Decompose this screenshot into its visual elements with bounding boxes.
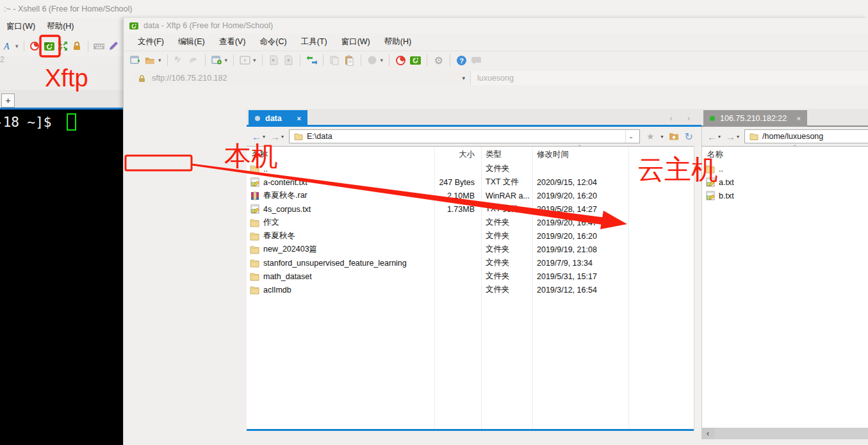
xshell-menu-help[interactable]: 帮助(H): [47, 21, 74, 32]
header-name[interactable]: 名称: [247, 149, 434, 160]
xshell-menu-window[interactable]: 窗口(W): [6, 21, 35, 32]
file-name[interactable]: 春夏秋冬: [263, 231, 295, 241]
help-icon[interactable]: ?: [456, 55, 467, 66]
folder-icon: [249, 271, 260, 282]
xftp-launch-icon[interactable]: [44, 40, 54, 51]
dropdown-caret[interactable]: ▾: [15, 43, 19, 49]
local-vertical-scrollbar[interactable]: [694, 146, 701, 431]
file-name[interactable]: b.txt: [719, 191, 734, 200]
menu-help[interactable]: 帮助(H): [384, 36, 411, 47]
file-name[interactable]: 作文: [263, 217, 279, 228]
remote-horizontal-scrollbar[interactable]: ‹: [701, 428, 868, 439]
file-name[interactable]: a.txt: [719, 178, 734, 187]
xagent-icon[interactable]: [395, 55, 406, 66]
disconnect-icon[interactable]: [174, 55, 184, 66]
new-session-icon[interactable]: [130, 55, 141, 66]
file-name[interactable]: ..: [263, 165, 268, 174]
path-combo-caret[interactable]: ⌄: [625, 130, 636, 143]
transfer-icon[interactable]: [306, 55, 317, 66]
forward-dropdown-caret[interactable]: ▾: [281, 134, 284, 140]
file-name[interactable]: new_202403篇: [263, 244, 317, 255]
keyboard-icon[interactable]: [94, 40, 104, 51]
back-dropdown-caret[interactable]: ▾: [263, 134, 265, 140]
compose-icon[interactable]: [108, 40, 119, 51]
file-name[interactable]: 春夏秋冬.rar: [263, 190, 307, 201]
forward-icon[interactable]: →: [270, 131, 280, 142]
header-name[interactable]: 名称: [702, 149, 868, 160]
forward-icon[interactable]: →: [726, 131, 735, 142]
file-row[interactable]: a-content.txt247 BytesTXT 文件2020/9/15, 1…: [247, 175, 694, 189]
menu-view[interactable]: 查看(V): [219, 36, 246, 47]
header-type[interactable]: 类型: [481, 149, 532, 160]
file-row[interactable]: 作文文件夹2019/9/20, 16:47: [247, 216, 694, 229]
menu-window[interactable]: 窗口(W): [341, 36, 370, 47]
remote-session-tab[interactable]: 106.75.210.182:22 ×: [703, 110, 807, 127]
back-dropdown-caret[interactable]: ▾: [718, 134, 721, 140]
scroll-left-icon[interactable]: ‹: [701, 428, 714, 439]
status-circle-icon[interactable]: [367, 55, 378, 66]
header-size[interactable]: 大小: [434, 149, 481, 160]
menu-edit[interactable]: 编辑(E): [178, 36, 205, 47]
tab-scroll-arrows[interactable]: ‹ ›: [670, 114, 696, 123]
forward-dropdown-caret[interactable]: ▾: [737, 134, 739, 140]
back-icon[interactable]: ←: [707, 131, 717, 142]
screen: :~ - Xshell 6 (Free for Home/School) 窗口(…: [0, 0, 868, 445]
file-modified: 2019/9/20, 16:20: [532, 191, 628, 200]
file-row[interactable]: aclImdb文件夹2019/3/12, 16:54: [247, 283, 694, 296]
lock-icon[interactable]: [72, 40, 83, 51]
dropdown-caret[interactable]: ▾: [158, 57, 161, 63]
local-path-input[interactable]: E:\data ⌄: [289, 129, 640, 143]
settings-gear-icon[interactable]: ⚙: [433, 55, 444, 66]
remote-path-input[interactable]: /home/luxuesong: [744, 129, 868, 143]
close-icon[interactable]: ×: [797, 115, 801, 122]
doc-forward-icon[interactable]: [283, 55, 294, 66]
menu-command[interactable]: 命令(C): [259, 36, 286, 47]
favorites-dropdown-caret[interactable]: ▾: [661, 134, 664, 140]
refresh-icon[interactable]: ↻: [685, 131, 693, 143]
menu-file[interactable]: 文件(F): [138, 36, 164, 47]
file-row[interactable]: 春夏秋冬文件夹2019/9/20, 16:20: [247, 229, 694, 243]
font-icon[interactable]: A: [3, 40, 13, 51]
local-folder-tab[interactable]: data ×: [249, 110, 307, 127]
file-row[interactable]: new_202403篇文件夹2019/9/19, 21:08: [247, 243, 694, 256]
copy-icon[interactable]: [329, 55, 340, 66]
session-properties-icon[interactable]: [211, 55, 222, 66]
file-row[interactable]: stanford_unsupervised_feature_learning文件…: [247, 256, 694, 270]
file-name[interactable]: stanford_unsupervised_feature_learning: [263, 259, 407, 268]
file-name[interactable]: ..: [719, 165, 723, 174]
file-row[interactable]: b.txt0 BytesTXT 文件: [702, 189, 868, 202]
user-field[interactable]: luxuesong: [470, 71, 868, 85]
address-dropdown-caret[interactable]: ▾: [462, 75, 465, 81]
file-name[interactable]: 4s_corpus.txt: [263, 205, 311, 214]
back-icon[interactable]: ←: [252, 131, 261, 142]
address-field[interactable]: sftp://106.75.210.182 ▾: [131, 71, 470, 85]
menu-tools[interactable]: 工具(T): [301, 36, 327, 47]
file-name[interactable]: a-content.txt: [263, 178, 307, 187]
fullscreen-icon[interactable]: [58, 40, 69, 51]
file-name[interactable]: math_dataset: [263, 272, 312, 281]
reconnect-icon[interactable]: [188, 55, 199, 66]
file-name[interactable]: aclImdb: [263, 286, 291, 295]
file-row[interactable]: 春夏秋冬.rar2.10MBWinRAR a...2019/9/20, 16:2…: [247, 189, 694, 202]
file-row[interactable]: 4s_corpus.txt1.73MBTXT 文件2019/5/28, 14:2…: [247, 202, 694, 216]
xagent-icon[interactable]: [29, 40, 40, 51]
file-row[interactable]: ..: [702, 162, 868, 175]
doc-back-icon[interactable]: [268, 55, 279, 66]
up-directory-icon[interactable]: [669, 131, 680, 142]
favorites-star-icon[interactable]: ★: [646, 131, 655, 142]
file-row[interactable]: a.txt0 BytesTXT 文件: [702, 175, 868, 189]
xftp-icon[interactable]: [410, 55, 421, 66]
run-icon[interactable]: [240, 55, 250, 66]
close-icon[interactable]: ×: [297, 115, 301, 122]
new-tab-button[interactable]: +: [1, 93, 15, 108]
dropdown-caret[interactable]: ▾: [381, 57, 384, 63]
file-row[interactable]: ..文件夹: [247, 162, 694, 175]
xftp-app-icon: [129, 20, 140, 31]
dropdown-caret[interactable]: ▾: [225, 57, 228, 63]
terminal[interactable]: -18 ~]$: [0, 108, 123, 445]
paste-icon[interactable]: [344, 55, 355, 66]
dropdown-caret[interactable]: ▾: [253, 57, 256, 63]
file-row[interactable]: math_dataset文件夹2019/5/31, 15:17: [247, 270, 694, 283]
feedback-icon[interactable]: [471, 55, 482, 66]
open-folder-icon[interactable]: [145, 55, 156, 66]
